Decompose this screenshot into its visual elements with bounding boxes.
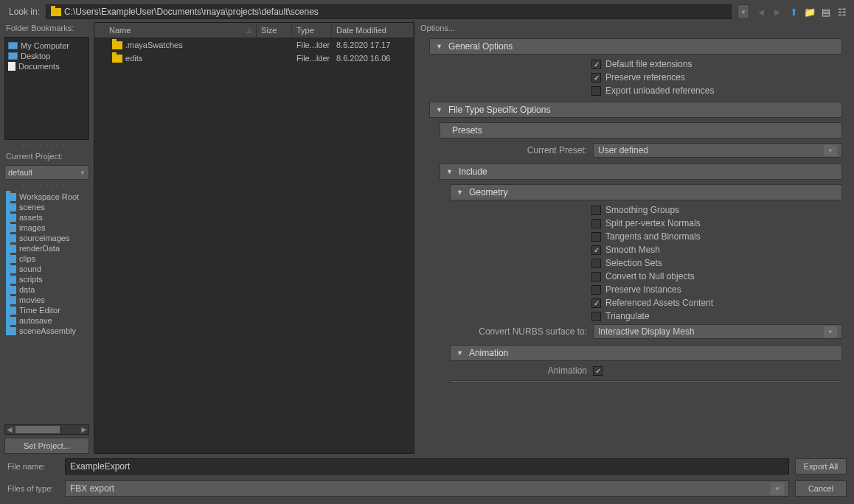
tree-item[interactable]: scripts xyxy=(4,274,89,284)
nurbs-dropdown[interactable]: Interactive Display Mesh▼ xyxy=(593,324,842,339)
tree-item[interactable]: images xyxy=(4,223,89,233)
bookmarks-panel[interactable]: My Computer Desktop Documents xyxy=(4,37,89,140)
back-icon[interactable]: ◄ xyxy=(755,6,767,18)
sort-icon: △ xyxy=(247,27,251,34)
section-presets[interactable]: Presets xyxy=(440,122,842,139)
section-general-options[interactable]: ▼ General Options xyxy=(429,38,842,55)
bookmark-item[interactable]: Documents xyxy=(7,61,87,71)
options-panel: Options... ▼ General Options Default fil… xyxy=(419,22,850,454)
tree-item[interactable]: sound xyxy=(4,264,89,274)
left-column: Folder Bookmarks: My Computer Desktop Do… xyxy=(4,22,89,454)
col-date[interactable]: Date Modified xyxy=(332,23,414,38)
checkbox-icon[interactable] xyxy=(591,312,601,321)
chevron-down-icon: ▼ xyxy=(824,145,837,156)
file-row[interactable]: .mayaSwatchesFile...lder8.6.2020 17.17 xyxy=(94,38,414,52)
up-icon[interactable]: ⬆ xyxy=(788,6,799,18)
opt-preserveinst[interactable]: Preserve Instances xyxy=(591,283,842,296)
checkbox-icon[interactable] xyxy=(591,298,601,308)
tree-item[interactable]: Time Editor xyxy=(4,305,89,315)
checkbox-icon[interactable] xyxy=(591,60,601,69)
section-animation[interactable]: ▼ Animation xyxy=(450,345,842,361)
checkbox-icon[interactable] xyxy=(591,219,601,228)
set-project-button[interactable]: Set Project... xyxy=(4,438,89,454)
opt-export-unloaded[interactable]: Export unloaded references xyxy=(591,84,842,97)
opt-smoothing[interactable]: Smoothing Groups xyxy=(591,203,842,217)
options-body[interactable]: ▼ General Options Default file extension… xyxy=(419,34,848,454)
cancel-button[interactable]: Cancel xyxy=(795,480,847,497)
files-of-type-dropdown[interactable]: FBX export▼ xyxy=(65,480,789,497)
export-all-button[interactable]: Export All xyxy=(795,458,847,475)
scroll-right-icon[interactable]: ► xyxy=(80,424,88,435)
tree-item[interactable]: sceneAssembly xyxy=(4,326,89,336)
file-list[interactable]: Name△ Size Type Date Modified .mayaSwatc… xyxy=(94,22,414,454)
folder-icon xyxy=(6,214,16,222)
separator: • • • • • • • • • xyxy=(4,183,89,187)
folder-icon xyxy=(112,55,122,63)
bookmark-item[interactable]: My Computer xyxy=(7,41,87,51)
forward-icon[interactable]: ► xyxy=(771,6,783,18)
folder-icon xyxy=(6,296,16,304)
scroll-thumb[interactable] xyxy=(15,426,60,433)
bottom-bar: File name: Export All Files of type: FBX… xyxy=(0,454,854,504)
nurbs-label: Convert NURBS surface to: xyxy=(440,326,587,337)
top-bar: Look in: C:\Users\ExampleUser\Documents\… xyxy=(0,0,854,22)
opt-preserve-ref[interactable]: Preserve references xyxy=(591,71,842,84)
opt-default-ext[interactable]: Default file extensions xyxy=(591,57,842,71)
opt-refassets[interactable]: Referenced Assets Content xyxy=(591,296,842,309)
path-dropdown[interactable]: ▼ xyxy=(737,4,749,19)
checkbox-icon[interactable] xyxy=(591,285,601,295)
folder-icon xyxy=(6,327,16,335)
tree-item[interactable]: Workspace Root xyxy=(4,192,89,202)
new-folder-icon[interactable]: 📁 xyxy=(804,6,816,18)
section-include[interactable]: ▼ Include xyxy=(440,164,842,180)
bookmarks-label: Folder Bookmarks: xyxy=(4,22,89,34)
folder-icon xyxy=(112,41,122,49)
checkbox-icon[interactable] xyxy=(591,86,601,96)
options-title: Options... xyxy=(419,22,848,34)
opt-tangents[interactable]: Tangents and Binormals xyxy=(591,230,842,243)
scroll-left-icon[interactable]: ◄ xyxy=(5,424,14,435)
path-input[interactable]: C:\Users\ExampleUser\Documents\maya\proj… xyxy=(46,4,732,19)
opt-split[interactable]: Split per-vertex Normals xyxy=(591,217,842,230)
preset-dropdown[interactable]: User defined▼ xyxy=(593,143,842,158)
tree-item[interactable]: assets xyxy=(4,212,89,223)
col-name[interactable]: Name△ xyxy=(94,23,257,38)
file-row[interactable]: editsFile...lder8.6.2020 16.06 xyxy=(94,52,414,65)
tree-item[interactable]: data xyxy=(4,284,89,295)
folder-icon xyxy=(6,234,16,242)
project-dropdown[interactable]: default ▼ xyxy=(4,165,89,180)
toolbar-icons: ◄ ► ⬆ 📁 ▤ ☷ xyxy=(755,6,848,18)
tree-item[interactable]: clips xyxy=(4,253,89,264)
folder-icon xyxy=(6,224,16,232)
bookmark-item[interactable]: Desktop xyxy=(7,51,87,61)
opt-triangulate[interactable]: Triangulate xyxy=(591,309,842,323)
main-area: Folder Bookmarks: My Computer Desktop Do… xyxy=(0,22,854,454)
opt-convertnull[interactable]: Convert to Null objects xyxy=(591,270,842,283)
horizontal-scrollbar[interactable]: ◄ ► xyxy=(4,424,89,435)
desktop-icon xyxy=(8,52,18,60)
tree-item[interactable]: scenes xyxy=(4,202,89,212)
checkbox-icon[interactable] xyxy=(591,272,601,281)
collapse-icon: ▼ xyxy=(456,189,463,196)
checkbox-icon[interactable] xyxy=(591,245,601,255)
project-tree[interactable]: Workspace Rootscenesassetsimagessourceim… xyxy=(4,190,89,421)
tree-item[interactable]: sourceimages xyxy=(4,233,89,243)
checkbox-icon[interactable] xyxy=(591,232,601,242)
checkbox-icon[interactable] xyxy=(593,366,603,376)
checkbox-icon[interactable] xyxy=(591,259,601,268)
tree-item[interactable]: movies xyxy=(4,295,89,305)
opt-smoothmesh[interactable]: Smooth Mesh xyxy=(591,243,842,256)
detail-view-icon[interactable]: ☷ xyxy=(836,6,848,18)
section-geometry[interactable]: ▼ Geometry xyxy=(450,184,842,200)
col-type[interactable]: Type xyxy=(292,23,332,38)
list-view-icon[interactable]: ▤ xyxy=(820,6,832,18)
tree-item[interactable]: autosave xyxy=(4,315,89,326)
checkbox-icon[interactable] xyxy=(591,73,601,83)
section-file-type-options[interactable]: ▼ File Type Specific Options xyxy=(429,102,842,118)
opt-selsets[interactable]: Selection Sets xyxy=(591,256,842,270)
chevron-down-icon: ▼ xyxy=(80,169,86,176)
col-size[interactable]: Size xyxy=(257,23,292,38)
checkbox-icon[interactable] xyxy=(591,206,601,215)
tree-item[interactable]: renderData xyxy=(4,243,89,253)
file-name-input[interactable] xyxy=(65,458,789,475)
